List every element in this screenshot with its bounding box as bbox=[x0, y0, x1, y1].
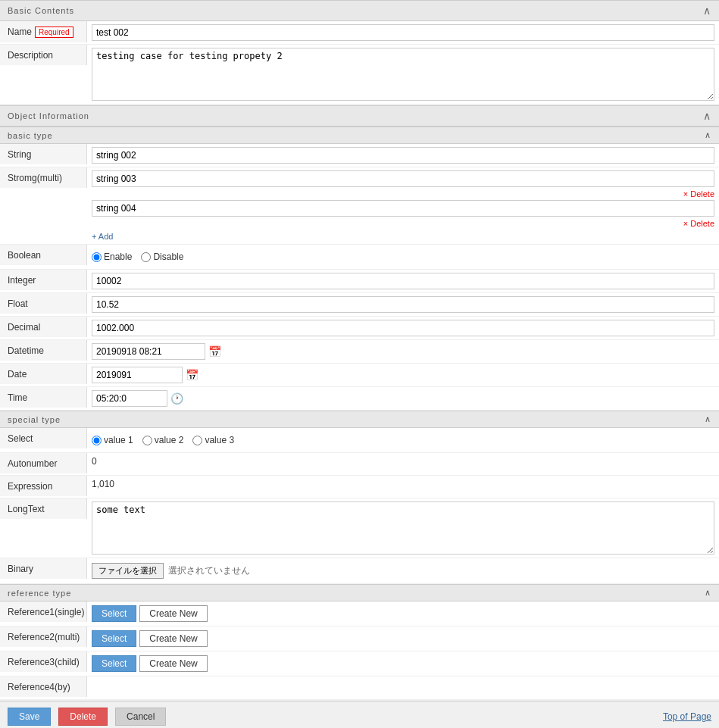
name-input[interactable] bbox=[92, 24, 714, 41]
name-row: Name Required bbox=[0, 21, 719, 45]
object-information-header: Object Information ∧ bbox=[0, 105, 719, 127]
reference2-row: Reference2(multi) Select Create New bbox=[0, 626, 719, 651]
special-type-header: special type ∧ bbox=[0, 411, 719, 428]
strongmulti-label: Stromg(multi) bbox=[0, 167, 87, 188]
enable-radio-label[interactable]: Enable bbox=[92, 252, 132, 262]
decimal-row: Decimal bbox=[0, 317, 719, 340]
date-input-row: 📅 bbox=[92, 367, 199, 383]
datetime-label: Datetime bbox=[0, 340, 87, 361]
reference1-row: Reference1(single) Select Create New bbox=[0, 601, 719, 626]
required-badge: Required bbox=[35, 27, 73, 38]
disable-radio-label[interactable]: Disable bbox=[141, 252, 183, 262]
enable-label: Enable bbox=[104, 252, 132, 262]
time-clock-icon[interactable]: 🕐 bbox=[170, 392, 183, 405]
datetime-calendar-icon[interactable]: 📅 bbox=[208, 345, 221, 358]
bottom-left-buttons: Save Delete Cancel bbox=[8, 708, 169, 726]
description-value: testing case for testing propety 2 bbox=[87, 45, 719, 104]
delete-link-1[interactable]: × Delete bbox=[683, 189, 714, 198]
float-input[interactable] bbox=[92, 296, 714, 313]
date-value: 📅 bbox=[87, 364, 719, 386]
disable-radio[interactable] bbox=[141, 252, 151, 262]
reference3-label: Reference3(child) bbox=[0, 651, 87, 672]
string-label: String bbox=[0, 144, 87, 164]
integer-row: Integer bbox=[0, 270, 719, 293]
reference-type-collapse-icon[interactable]: ∧ bbox=[705, 588, 711, 598]
select-radio-1[interactable] bbox=[92, 436, 102, 445]
longtext-value: some text bbox=[87, 498, 719, 558]
reference4-label: Reference4(by) bbox=[0, 676, 87, 697]
reference1-select-button[interactable]: Select bbox=[92, 605, 136, 622]
basic-contents-section: Basic Contents ∧ Name Required Descripti… bbox=[0, 0, 719, 104]
autonumber-label: Autonumber bbox=[0, 453, 87, 473]
reference2-create-button[interactable]: Create New bbox=[139, 630, 207, 647]
datetime-input[interactable] bbox=[92, 343, 205, 360]
select-option-1: value 1 bbox=[104, 435, 133, 445]
delete-link-2[interactable]: × Delete bbox=[683, 219, 714, 228]
basic-contents-header: Basic Contents ∧ bbox=[0, 0, 719, 21]
reference2-select-button[interactable]: Select bbox=[92, 630, 136, 647]
strongmulti-input-2[interactable] bbox=[92, 200, 714, 217]
reference4-row: Reference4(by) bbox=[0, 676, 719, 699]
save-button[interactable]: Save bbox=[8, 708, 51, 726]
object-information-title: Object Information bbox=[8, 111, 89, 120]
decimal-label: Decimal bbox=[0, 317, 87, 337]
date-calendar-icon[interactable]: 📅 bbox=[186, 369, 199, 381]
select-radio-3[interactable] bbox=[192, 436, 202, 445]
boolean-value: Enable Disable bbox=[87, 245, 719, 269]
reference3-value: Select Create New bbox=[87, 651, 719, 676]
datetime-row: Datetime 📅 bbox=[0, 340, 719, 364]
select-option-2: value 2 bbox=[155, 435, 184, 445]
top-of-page-link[interactable]: Top of Page bbox=[663, 711, 711, 722]
reference3-row: Reference3(child) Select Create New bbox=[0, 651, 719, 676]
select-radio-2[interactable] bbox=[142, 436, 152, 445]
select-radio-label-2[interactable]: value 2 bbox=[142, 435, 184, 445]
longtext-label: LongText bbox=[0, 498, 87, 519]
reference-type-header: reference type ∧ bbox=[0, 584, 719, 601]
reference3-select-button[interactable]: Select bbox=[92, 655, 136, 672]
strongmulti-row-1 bbox=[92, 170, 714, 187]
cancel-button[interactable]: Cancel bbox=[115, 708, 166, 726]
boolean-radio-group: Enable Disable bbox=[92, 248, 183, 266]
reference3-create-button[interactable]: Create New bbox=[139, 655, 207, 672]
basic-type-collapse-icon[interactable]: ∧ bbox=[705, 130, 711, 140]
select-radio-label-1[interactable]: value 1 bbox=[92, 435, 133, 445]
file-select-button[interactable]: ファイルを選択 bbox=[92, 563, 164, 579]
string-input[interactable] bbox=[92, 147, 714, 164]
integer-label: Integer bbox=[0, 270, 87, 290]
float-row: Float bbox=[0, 293, 719, 317]
time-input[interactable] bbox=[92, 390, 167, 407]
longtext-row: LongText some text bbox=[0, 498, 719, 558]
time-input-row: 🕐 bbox=[92, 390, 183, 407]
integer-value bbox=[87, 270, 719, 292]
description-label: Description bbox=[0, 45, 87, 65]
enable-radio[interactable] bbox=[92, 252, 102, 262]
object-information-collapse-icon[interactable]: ∧ bbox=[703, 110, 711, 122]
name-value bbox=[87, 21, 719, 44]
description-textarea[interactable]: testing case for testing propety 2 bbox=[92, 48, 714, 101]
disable-label: Disable bbox=[153, 252, 183, 262]
reference1-value: Select Create New bbox=[87, 601, 719, 626]
add-link[interactable]: + Add bbox=[92, 232, 113, 241]
name-label: Name Required bbox=[0, 21, 87, 42]
delete-button[interactable]: Delete bbox=[58, 708, 108, 726]
decimal-input[interactable] bbox=[92, 320, 714, 336]
select-option-3: value 3 bbox=[205, 435, 234, 445]
select-radio-label-3[interactable]: value 3 bbox=[192, 435, 234, 445]
select-label: Select bbox=[0, 428, 87, 448]
integer-input[interactable] bbox=[92, 273, 714, 289]
strongmulti-row: Stromg(multi) × Delete × Delete + Add bbox=[0, 167, 719, 245]
datetime-input-row: 📅 bbox=[92, 343, 221, 360]
longtext-textarea[interactable]: some text bbox=[92, 501, 714, 555]
object-information-body: basic type ∧ String Stromg(multi) × Dele… bbox=[0, 127, 719, 699]
binary-row: Binary ファイルを選択 選択されていません bbox=[0, 558, 719, 584]
reference1-create-button[interactable]: Create New bbox=[139, 605, 207, 622]
select-radio-group: value 1 value 2 value 3 bbox=[92, 431, 234, 449]
date-input[interactable] bbox=[92, 367, 183, 383]
strongmulti-value: × Delete × Delete + Add bbox=[87, 167, 719, 244]
special-type-collapse-icon[interactable]: ∧ bbox=[705, 414, 711, 424]
reference-type-title: reference type bbox=[8, 589, 71, 598]
string-value bbox=[87, 144, 719, 167]
boolean-label: Boolean bbox=[0, 245, 87, 265]
basic-contents-collapse-icon[interactable]: ∧ bbox=[703, 5, 711, 17]
strongmulti-input-1[interactable] bbox=[92, 170, 714, 187]
